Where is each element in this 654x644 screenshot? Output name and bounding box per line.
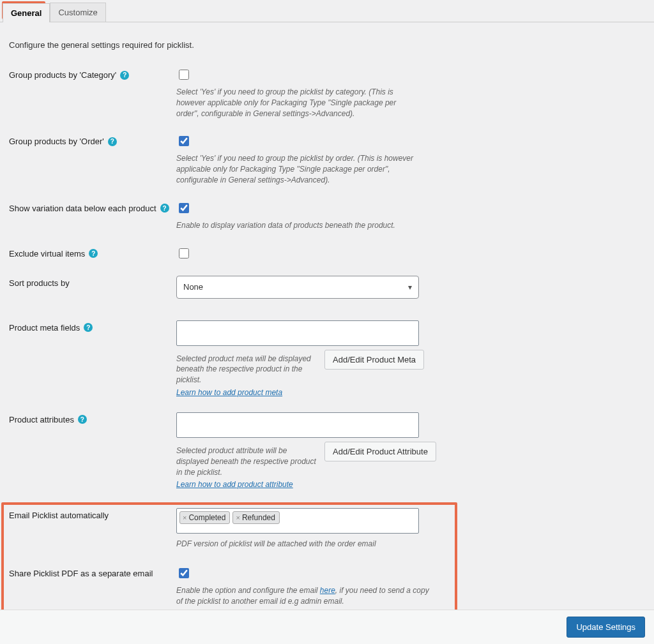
row-group-order: Group products by 'Order' ? Select 'Yes'…: [9, 134, 645, 185]
multiselect-email-auto[interactable]: × Completed × Refunded: [176, 508, 419, 534]
desc-share-separate: Enable the option and configure the emai…: [176, 585, 432, 607]
checkbox-exclude-virtual[interactable]: [179, 248, 189, 258]
update-settings-button[interactable]: Update Settings: [567, 617, 645, 638]
label-product-attributes: Product attributes ?: [9, 412, 176, 424]
multiselect-product-attributes[interactable]: [176, 412, 419, 438]
desc-product-attributes: Selected product attribute will be displ…: [176, 446, 317, 477]
link-here[interactable]: here: [320, 585, 335, 596]
help-icon[interactable]: ?: [160, 204, 169, 213]
multiselect-product-meta[interactable]: [176, 320, 419, 346]
tag-completed: × Completed: [179, 511, 230, 524]
tab-general[interactable]: General: [3, 3, 50, 22]
link-learn-product-attribute[interactable]: Learn how to add product attribute: [176, 480, 293, 489]
label-text: Sort products by: [9, 278, 70, 288]
row-show-variation: Show variation data below each product ?…: [9, 201, 645, 231]
tag-label: Refunded: [242, 513, 275, 522]
tab-label: Customize: [58, 8, 97, 17]
link-learn-product-meta[interactable]: Learn how to add product meta: [176, 388, 282, 397]
label-email-auto: Email Picklist automatically: [9, 508, 176, 520]
help-icon[interactable]: ?: [84, 323, 93, 332]
label-sort-by: Sort products by: [9, 276, 176, 288]
tag-label: Completed: [188, 513, 225, 522]
tab-label: General: [11, 8, 42, 18]
remove-icon[interactable]: ×: [183, 514, 186, 521]
footer-bar: Update Settings: [0, 610, 654, 644]
desc-show-variation: Enable to display variation data of prod…: [176, 220, 419, 231]
row-sort-by: Sort products by None ▾: [9, 276, 645, 299]
label-text: Product attributes: [9, 415, 74, 424]
label-share-separate: Share Picklist PDF as a separate email: [9, 566, 176, 578]
label-text: Exclude virtual items: [9, 249, 85, 258]
help-icon[interactable]: ?: [108, 137, 117, 146]
select-sort-by[interactable]: None ▾: [176, 276, 419, 299]
checkbox-group-category[interactable]: [179, 70, 189, 80]
label-show-variation: Show variation data below each product ?: [9, 201, 176, 213]
label-group-category: Group products by 'Category' ?: [9, 68, 176, 80]
remove-icon[interactable]: ×: [236, 514, 240, 521]
label-product-meta: Product meta fields ?: [9, 320, 176, 333]
button-edit-product-meta[interactable]: Add/Edit Product Meta: [324, 350, 424, 370]
desc-group-order: Select 'Yes' if you need to group the pi…: [176, 153, 419, 185]
tab-customize[interactable]: Customize: [50, 3, 105, 22]
label-text: Group products by 'Category': [9, 70, 116, 80]
checkbox-share-separate[interactable]: [179, 568, 189, 578]
row-share-separate: Share Picklist PDF as a separate email E…: [9, 566, 645, 607]
intro-text: Configure the general settings required …: [9, 40, 645, 50]
settings-content: Configure the general settings required …: [0, 22, 654, 610]
label-text: Product meta fields: [9, 323, 80, 333]
settings-tabs: General Customize: [0, 0, 654, 22]
desc-email-auto: PDF version of picklist will be attached…: [176, 539, 496, 550]
label-text: Show variation data below each product: [9, 204, 156, 213]
label-text: Share Picklist PDF as a separate email: [9, 569, 153, 578]
label-text: Email Picklist automatically: [9, 511, 109, 520]
desc-product-meta: Selected product meta will be displayed …: [176, 354, 317, 386]
select-value: None: [183, 282, 203, 292]
label-exclude-virtual: Exclude virtual items ?: [9, 246, 176, 258]
help-icon[interactable]: ?: [89, 249, 98, 258]
tag-refunded: × Refunded: [232, 511, 279, 524]
checkbox-group-order[interactable]: [179, 136, 189, 146]
row-exclude-virtual: Exclude virtual items ?: [9, 246, 645, 260]
help-icon[interactable]: ?: [78, 415, 87, 424]
row-product-meta: Product meta fields ? Selected product m…: [9, 320, 645, 397]
chevron-down-icon: ▾: [408, 283, 412, 292]
desc-group-category: Select 'Yes' if you need to group the pi…: [176, 87, 419, 119]
label-group-order: Group products by 'Order' ?: [9, 134, 176, 146]
row-product-attributes: Product attributes ? Selected product at…: [9, 412, 645, 489]
row-group-category: Group products by 'Category' ? Select 'Y…: [9, 68, 645, 119]
desc-pre: Enable the option and configure the emai…: [176, 586, 320, 595]
label-text: Group products by 'Order': [9, 137, 104, 146]
checkbox-show-variation[interactable]: [179, 203, 189, 213]
help-icon[interactable]: ?: [120, 71, 129, 80]
button-edit-product-attribute[interactable]: Add/Edit Product Attribute: [324, 442, 436, 461]
row-email-auto: Email Picklist automatically × Completed…: [9, 508, 645, 550]
